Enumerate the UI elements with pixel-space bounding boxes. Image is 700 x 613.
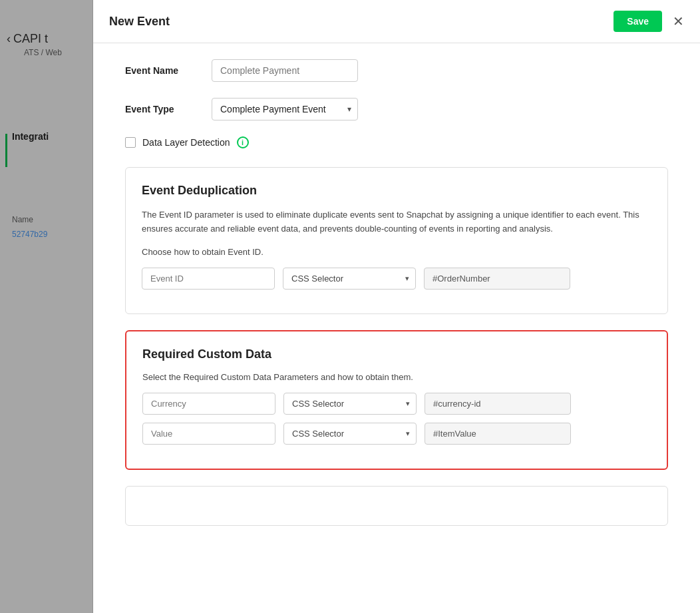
deduplication-selector-select[interactable]: CSS Selector	[283, 268, 416, 290]
event-name-row: Event Name	[125, 59, 668, 82]
data-layer-checkbox[interactable]	[125, 137, 136, 148]
value-selector-select[interactable]: CSS Selector	[283, 423, 417, 445]
currency-field-row: CSS Selector ▾	[142, 393, 651, 415]
new-event-modal: New Event Save ✕ Event Name Event Type C…	[93, 0, 700, 613]
currency-input[interactable]	[142, 393, 275, 415]
currency-value-input[interactable]	[425, 393, 571, 415]
close-button[interactable]: ✕	[673, 15, 684, 28]
header-actions: Save ✕	[613, 11, 684, 32]
value-selector-wrapper: CSS Selector ▾	[283, 423, 417, 445]
deduplication-description: The Event ID parameter is used to elimin…	[142, 208, 651, 236]
currency-selector-select[interactable]: CSS Selector	[283, 393, 417, 415]
data-layer-row: Data Layer Detection i	[125, 136, 668, 148]
required-custom-data-description: Select the Required Custom Data Paramete…	[142, 372, 651, 382]
deduplication-selector-wrapper: CSS Selector ▾	[283, 268, 416, 290]
required-custom-data-card: Required Custom Data Select the Required…	[125, 330, 668, 470]
modal-body: Event Name Event Type Complete Payment E…	[93, 43, 700, 558]
data-layer-label: Data Layer Detection	[142, 137, 230, 148]
deduplication-title: Event Deduplication	[142, 184, 651, 198]
event-id-input[interactable]	[142, 268, 275, 290]
event-type-row: Event Type Complete Payment Event ▾	[125, 98, 668, 120]
event-type-select-wrapper: Complete Payment Event ▾	[212, 98, 358, 120]
save-button[interactable]: Save	[613, 11, 662, 32]
deduplication-field-row: CSS Selector ▾	[142, 268, 651, 290]
value-field-row: CSS Selector ▾	[142, 423, 651, 445]
modal-title: New Event	[109, 15, 170, 29]
modal-header: New Event Save ✕	[93, 0, 700, 43]
currency-selector-wrapper: CSS Selector ▾	[283, 393, 417, 415]
data-layer-info-icon[interactable]: i	[237, 136, 249, 148]
event-type-select[interactable]: Complete Payment Event	[212, 98, 358, 120]
event-deduplication-card: Event Deduplication The Event ID paramet…	[125, 167, 668, 314]
event-name-label: Event Name	[125, 65, 212, 76]
event-name-input[interactable]	[212, 59, 358, 82]
deduplication-sub-label: Choose how to obtain Event ID.	[142, 247, 651, 257]
required-custom-data-title: Required Custom Data	[142, 347, 651, 361]
value-value-input[interactable]	[425, 423, 571, 445]
bottom-card	[125, 486, 668, 526]
value-input[interactable]	[142, 423, 275, 445]
event-type-label: Event Type	[125, 104, 212, 114]
deduplication-value-input[interactable]	[424, 268, 570, 290]
